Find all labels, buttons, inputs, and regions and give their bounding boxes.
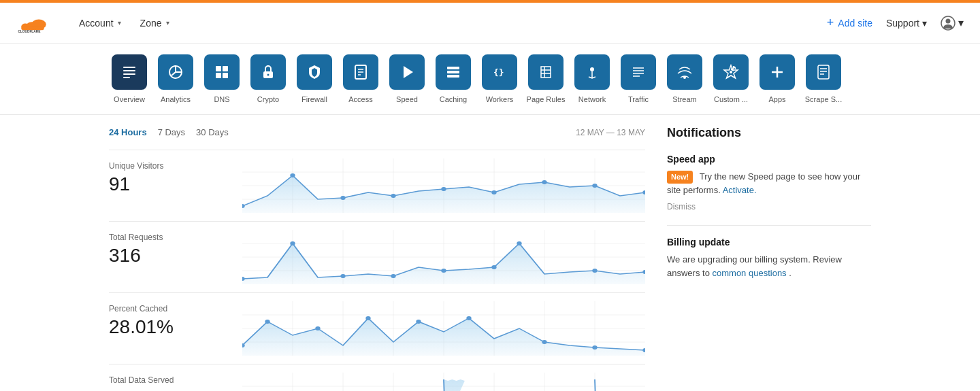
apps-icon (769, 64, 785, 80)
percent-cached-chart (242, 301, 645, 356)
analytics-icon (167, 64, 184, 80)
access-label: Access (348, 95, 372, 103)
speed-app-title: Speed app (667, 154, 871, 165)
svg-point-59 (491, 190, 496, 194)
add-site-button[interactable]: + Add site (827, 16, 872, 30)
user-menu-button[interactable]: ▾ (941, 16, 964, 31)
speed-icon-box (389, 54, 425, 90)
custom-label: Custom ... (714, 95, 748, 103)
nav-workers[interactable]: {} Workers (479, 54, 520, 103)
svg-rect-25 (447, 75, 459, 78)
total-data-row: Total Data Served (109, 364, 645, 391)
total-requests-row: Total Requests 316 (109, 221, 645, 287)
unique-visitors-info: Unique Visitors 91 (109, 158, 231, 213)
svg-point-61 (592, 184, 597, 188)
nav-speed[interactable]: Speed (387, 54, 427, 103)
billing-title: Billing update (667, 237, 871, 248)
svg-rect-40 (818, 65, 829, 79)
access-icon-box (343, 54, 378, 90)
time-buttons: 24 Hours 7 Days 30 Days (109, 126, 229, 139)
svg-point-93 (265, 320, 270, 324)
new-badge: New! (667, 171, 693, 184)
dns-icon (214, 64, 230, 80)
logo-area[interactable]: CLOUDFLARE (16, 12, 49, 34)
svg-text:{}: {} (493, 67, 504, 78)
nav-overview[interactable]: Overview (109, 54, 150, 103)
support-chevron: ▾ (922, 18, 927, 29)
billing-suffix: . (789, 268, 791, 278)
total-requests-info: Total Requests 316 (109, 230, 231, 284)
caching-icon (445, 64, 461, 80)
percent-cached-value: 28.01% (109, 316, 231, 338)
nav-stream[interactable]: Stream (664, 54, 705, 103)
svg-point-80 (592, 269, 597, 273)
total-data-info: Total Data Served (109, 373, 231, 391)
nav-access[interactable]: Access (340, 54, 381, 103)
svg-point-58 (441, 187, 446, 191)
nav-crypto[interactable]: Crypto (248, 54, 289, 103)
nav-traffic[interactable]: Traffic (618, 54, 659, 103)
svg-rect-10 (123, 77, 130, 78)
total-data-label: Total Data Served (109, 375, 231, 385)
pagerules-icon (538, 64, 554, 80)
firewall-icon (306, 64, 323, 80)
dns-label: DNS (214, 95, 229, 103)
network-icon (584, 64, 600, 80)
unique-visitors-value: 91 (109, 173, 231, 195)
nav-analytics[interactable]: Analytics (155, 54, 196, 103)
nav-network[interactable]: Network (572, 54, 612, 103)
account-chevron: ▾ (118, 19, 121, 27)
traffic-label: Traffic (628, 95, 649, 103)
unique-visitors-chart (242, 158, 645, 213)
percent-cached-row: Percent Cached 28.01% (109, 292, 645, 358)
nav-pagerules[interactable]: Page Rules (525, 54, 566, 103)
svg-rect-15 (223, 73, 228, 78)
main-content: 24 Hours 7 Days 30 Days 12 MAY — 13 MAY … (0, 115, 980, 391)
speed-label: Speed (396, 95, 418, 103)
common-questions-link[interactable]: common questions (713, 268, 787, 278)
left-panel: 24 Hours 7 Days 30 Days 12 MAY — 13 MAY … (109, 115, 645, 391)
time-30d[interactable]: 30 Days (196, 126, 229, 139)
account-nav[interactable]: Account ▾ (71, 12, 129, 34)
nav-firewall[interactable]: Firewall (294, 54, 335, 103)
time-24h[interactable]: 24 Hours (109, 126, 147, 139)
svg-point-74 (290, 241, 295, 245)
nav-scrape[interactable]: Scrape S... (803, 54, 844, 103)
user-icon (941, 16, 956, 31)
support-button[interactable]: Support ▾ (886, 18, 927, 29)
nav-caching[interactable]: Caching (433, 54, 474, 103)
svg-point-55 (290, 173, 295, 177)
stream-icon (676, 64, 693, 80)
nav-apps[interactable]: Apps (757, 54, 798, 103)
svg-point-6 (946, 18, 951, 23)
svg-point-31 (590, 67, 594, 71)
svg-point-79 (517, 241, 521, 245)
speed-activate-link[interactable]: Activate. (723, 185, 757, 195)
nav-dns[interactable]: DNS (201, 54, 242, 103)
svg-point-78 (491, 265, 496, 269)
svg-point-97 (466, 316, 471, 320)
analytics-label: Analytics (161, 95, 191, 103)
stream-icon-box (667, 54, 702, 90)
dns-icon-box (204, 54, 240, 90)
notifications-title: Notifications (667, 126, 871, 140)
access-icon (353, 64, 369, 80)
svg-rect-12 (216, 66, 221, 71)
analytics-icon-box (158, 54, 193, 90)
time-7d[interactable]: 7 Days (158, 126, 185, 139)
svg-point-60 (542, 180, 546, 184)
stream-label: Stream (672, 95, 696, 103)
total-data-chart (242, 373, 645, 391)
speed-app-body: New! Try the new Speed page to see how y… (667, 170, 871, 197)
firewall-label: Firewall (301, 95, 327, 103)
dismiss-link[interactable]: Dismiss (667, 202, 871, 211)
svg-line-112 (595, 379, 596, 391)
svg-point-96 (416, 320, 421, 324)
svg-rect-8 (123, 70, 135, 71)
nav-custom[interactable]: Custom ... (710, 54, 751, 103)
crypto-icon (260, 64, 276, 80)
traffic-icon (630, 64, 647, 80)
zone-nav[interactable]: Zone ▾ (132, 12, 178, 34)
notification-divider (667, 225, 871, 226)
svg-point-75 (340, 274, 345, 278)
